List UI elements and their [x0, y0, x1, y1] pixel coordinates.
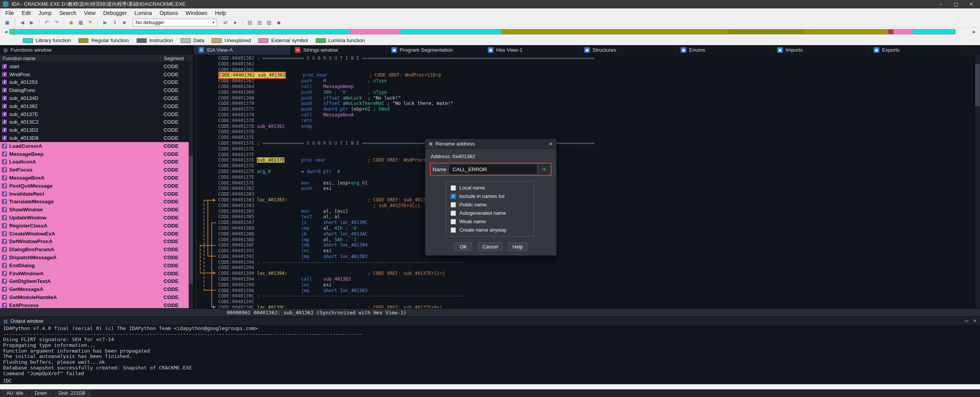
- output-close-icon[interactable]: ✕: [973, 319, 977, 323]
- checkbox-box[interactable]: [451, 211, 456, 216]
- debug-attach-icon[interactable]: ⇄: [221, 19, 230, 26]
- function-row-translatemessage[interactable]: fTranslateMessageCODE: [0, 198, 193, 206]
- function-row-dialogfunc[interactable]: fDialogFuncCODE: [0, 86, 193, 94]
- function-row-invalidaterect[interactable]: fInvalidateRectCODE: [0, 190, 193, 198]
- disasm-line[interactable]: CODE:00401383 loc_401383: ; CODE XREF: s…: [218, 197, 975, 203]
- disasm-line[interactable]: CODE:0040137E: [218, 163, 975, 169]
- function-row-showwindow[interactable]: fShowWindowCODE: [0, 206, 193, 214]
- disasm-line[interactable]: CODE:00401362 push 0 ; uType: [218, 78, 975, 84]
- disasm-line[interactable]: CODE:0040137D sub_401362 endp: [218, 124, 975, 129]
- save-icon[interactable]: ▣: [3, 19, 11, 26]
- menu-debugger[interactable]: Debugger: [99, 9, 131, 17]
- function-row-sub-40134d[interactable]: fsub_40134DCODE: [0, 94, 193, 102]
- disasm-line[interactable]: CODE:0040137E sub_40137E proc near ; COD…: [218, 157, 975, 163]
- navband-segment[interactable]: [10, 29, 350, 34]
- function-row-getdlgitemtexta[interactable]: fGetDlgItemTextACODE: [0, 278, 193, 286]
- disasm-line[interactable]: CODE:00401362 ; =============== S U B R …: [218, 56, 975, 61]
- function-row-registerclassa[interactable]: fRegisterClassACODE: [0, 222, 193, 230]
- ok-button[interactable]: OK: [454, 242, 472, 251]
- text-search-icon[interactable]: ▦: [77, 19, 85, 26]
- checkbox-box[interactable]: [451, 227, 456, 233]
- disassembly-scrollbar-thumb[interactable]: [975, 64, 980, 106]
- cancel-button[interactable]: Cancel: [478, 242, 502, 251]
- debugger-select[interactable]: No debugger▾: [133, 19, 217, 26]
- tab-imports[interactable]: ▣Imports: [773, 45, 869, 55]
- disasm-line[interactable]: CODE:00401383 mov al, [esi]: [218, 209, 975, 214]
- checkbox-public-name[interactable]: Public name: [451, 202, 529, 207]
- disasm-line[interactable]: CODE:00401394 call sub_4013D2: [218, 276, 975, 282]
- functions-scrollbar-thumb[interactable]: [189, 156, 193, 284]
- function-row-messageboxa[interactable]: fMessageBoxACODE: [0, 174, 193, 182]
- redo-jump-icon[interactable]: ↷: [52, 19, 60, 26]
- disasm-line[interactable]: CODE:0040138F jnb short loc_401394: [218, 242, 975, 248]
- checkbox-create-name-anyway[interactable]: Create name anyway: [451, 227, 529, 233]
- menu-lumina[interactable]: Lumina: [131, 9, 156, 17]
- disasm-line[interactable]: CODE:00401394 loc_401394: ; CODE XREF: s…: [218, 271, 975, 276]
- dialog-close-icon[interactable]: ✕: [549, 141, 553, 147]
- menu-jump[interactable]: Jump: [35, 9, 56, 17]
- disasm-line[interactable]: CODE:0040137E ; =============== S U B R …: [218, 141, 975, 146]
- navband-right-arrow[interactable]: ▶: [973, 30, 975, 34]
- navband-segment[interactable]: [350, 29, 400, 34]
- navband-segment[interactable]: [888, 29, 894, 34]
- disasm-line[interactable]: CODE:00401383 ; sub_40137E+1C↓j: [218, 203, 975, 209]
- name-dropdown-button[interactable]: ▼: [540, 165, 549, 174]
- disasm-line[interactable]: CODE:0040138B jb short loc_4013AC: [218, 231, 975, 237]
- function-row-exitprocess[interactable]: fExitProcessCODE: [0, 301, 193, 308]
- flag-icon[interactable]: ⚑: [86, 19, 95, 26]
- function-row-sub-4013d2[interactable]: fsub_4013D2CODE: [0, 126, 193, 134]
- disasm-line[interactable]: CODE:0040137E mov esi, [esp+arg_0]: [218, 180, 975, 186]
- function-row-postquitmessage[interactable]: fPostQuitMessageCODE: [0, 182, 193, 190]
- disasm-line[interactable]: CODE:0040138D cmp al, 5Ah ; 'Z': [218, 237, 975, 243]
- output-maximize-icon[interactable]: ▭: [964, 319, 968, 323]
- function-row-sub-40137e[interactable]: fsub_40137ECODE: [0, 110, 193, 118]
- disasm-line[interactable]: CODE:0040137E: [218, 152, 975, 158]
- tab-exports[interactable]: ▣Exports: [869, 45, 965, 55]
- name-input[interactable]: CALL_ERROR: [449, 165, 537, 174]
- search-icon[interactable]: ◉: [67, 19, 75, 26]
- enums-icon[interactable]: ▥: [255, 19, 264, 26]
- disasm-line[interactable]: CODE:0040139C loc_40139C: ; CODE XREF: s…: [218, 305, 975, 308]
- cli-selector[interactable]: IDC: [0, 377, 980, 384]
- close-button[interactable]: ✕: [965, 1, 977, 8]
- checkbox-box[interactable]: [451, 219, 456, 224]
- navband-segment[interactable]: [728, 29, 804, 34]
- dialog-titlebar[interactable]: ▣ Rename address ✕: [425, 139, 556, 149]
- disasm-line[interactable]: CODE:00401394: [218, 265, 975, 271]
- tab-structures[interactable]: ▣Structures: [580, 45, 676, 55]
- function-row-sub-401253[interactable]: fsub_401253CODE: [0, 78, 193, 87]
- function-row-setfocus[interactable]: fSetFocusCODE: [0, 166, 193, 174]
- functions-scrollbar[interactable]: [189, 62, 193, 308]
- disasm-line[interactable]: CODE:00401370 push offset aNoLuckThereMa…: [218, 101, 975, 106]
- nav-back-icon[interactable]: ◀: [18, 19, 26, 26]
- disasm-line[interactable]: CODE:00401378 call MessageBoxA: [218, 112, 975, 118]
- column-segment[interactable]: Segment: [161, 56, 186, 61]
- help-button[interactable]: Help: [508, 242, 527, 251]
- disasm-line[interactable]: CODE:00401369 push 30h ; '0' ; uType: [218, 90, 975, 95]
- navband-segment[interactable]: [400, 29, 501, 34]
- disasm-line[interactable]: CODE:00401364 call MessageBeep: [218, 84, 975, 90]
- checkbox-box[interactable]: ✓: [451, 194, 456, 199]
- menu-help[interactable]: Help: [211, 9, 230, 17]
- function-row-sub-4013d8[interactable]: fsub_4013D8CODE: [0, 134, 193, 142]
- menu-options[interactable]: Options: [156, 9, 182, 17]
- function-row-findwindowa[interactable]: fFindWindowACODE: [0, 270, 193, 278]
- tab-ida-view-a[interactable]: AIDA View-A: [194, 45, 290, 55]
- disasm-line[interactable]: CODE:00401387 jz short loc_40139C: [218, 220, 975, 225]
- disasm-line[interactable]: CODE:0040137E: [218, 135, 975, 141]
- checkbox-weak-name[interactable]: Weak name: [451, 219, 529, 224]
- functions-window-tab[interactable]: ▤ Functions window: [0, 45, 194, 55]
- navband-segment[interactable]: [893, 29, 912, 34]
- checkbox-local-name[interactable]: Local name: [451, 185, 529, 191]
- function-row-loadicona[interactable]: fLoadIconACODE: [0, 158, 193, 166]
- disasm-line[interactable]: CODE:0040136B push offset aNoLuck ; "No …: [218, 95, 975, 101]
- function-row-getmodulehandlea[interactable]: fGetModuleHandleACODE: [0, 293, 193, 301]
- debug-stop-icon[interactable]: ■: [120, 19, 129, 26]
- disasm-line[interactable]: CODE:00401391 inc esi: [218, 248, 975, 254]
- undo-jump-icon[interactable]: ↶: [42, 19, 51, 26]
- checkbox-autogenerated-name[interactable]: Autogenerated name: [451, 210, 529, 216]
- debug-pause-icon[interactable]: ‖: [111, 19, 119, 26]
- checkbox-box[interactable]: [451, 185, 456, 191]
- navband-segment[interactable]: [501, 29, 728, 34]
- function-row-sub-401362[interactable]: fsub_401362CODE: [0, 102, 193, 110]
